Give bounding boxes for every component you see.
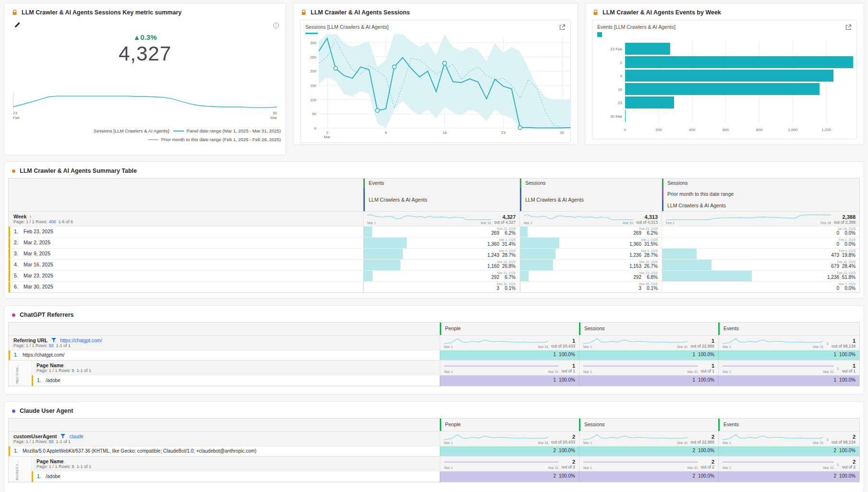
people-value-cell[interactable]: 1100.0%	[440, 350, 579, 360]
sessions-prior-value-cell[interactable]: Mar 2, 202500.0%	[662, 282, 859, 292]
events-total-cell[interactable]: Mar 1Mar 31 ↓ 2out of 68,134	[718, 432, 859, 446]
sessions-prior-value-cell[interactable]: Feb 16, 202567928.4%	[662, 260, 859, 270]
filter-value-link[interactable]: https://chatgpt.com/	[60, 338, 102, 343]
edit-pencil-icon[interactable]	[14, 22, 21, 30]
metric-header-sessions[interactable]: Sessions	[579, 419, 718, 431]
people-value-cell[interactable]: 1100.0%	[440, 375, 579, 386]
sessions-prior-total-cell[interactable]: Feb 1Feb 28 2,388out of 2,388	[662, 212, 859, 226]
filter-icon[interactable]	[60, 434, 65, 439]
segment-header[interactable]: LLM Crawlers & AI Agents	[363, 188, 519, 211]
events-subtotal-cell[interactable]: Mar 1Mar 31 ↓ 2out of 2	[718, 456, 859, 471]
rows-count-link[interactable]: 5	[72, 464, 74, 469]
sessions-prior-value-cell[interactable]: Feb 23, 20251,23651.8%	[662, 271, 859, 281]
events-total-cell[interactable]: Mar 1Mar 31 ↓ 1out of 68,134	[718, 336, 859, 350]
events-value-cell[interactable]: Mar 9, 20251,24328.7%	[363, 249, 519, 259]
week-cell[interactable]: 3.Mar 9, 2025	[9, 249, 363, 259]
segment-header[interactable]: LLM Crawlers & AI Agents	[520, 188, 662, 211]
metric-header-people[interactable]: People	[440, 323, 579, 335]
sort-up-arrow[interactable]: ↑	[29, 214, 32, 219]
sessions-subtotal-cell[interactable]: Mar 1Mar 31 2out of 2	[579, 456, 718, 471]
events-value-cell[interactable]: Mar 30, 202530.1%	[363, 282, 519, 292]
sessions-prior-value-cell[interactable]: Feb 2, 202500.0%	[662, 238, 859, 248]
sessions-line-chart[interactable]: 0501001502002503002Mar9162330	[305, 34, 574, 141]
sparkline	[444, 362, 559, 370]
metric-header-sessions[interactable]: Sessions	[579, 323, 718, 335]
sessions-value-cell[interactable]: Mar 2, 20251,36031.5%	[519, 238, 662, 248]
week-cell[interactable]: 4.Mar 16, 2025	[9, 260, 363, 270]
events-value-cell[interactable]: 2100.0%	[718, 446, 859, 456]
people-total-cell[interactable]: Mar 1Mar 31 1out of 20,433	[440, 336, 579, 350]
dimension-label[interactable]: customUserAgent	[13, 433, 57, 439]
events-total-cell[interactable]: Mar 1Mar 31 4,327out of 4,327	[363, 212, 519, 226]
dimension-label[interactable]: Week	[13, 214, 26, 219]
events-value-cell[interactable]: Feb 23, 20252696.2%	[363, 227, 519, 237]
rows-count-link[interactable]: 400	[49, 219, 56, 224]
export-icon[interactable]	[845, 24, 852, 33]
people-subtotal-cell[interactable]: Mar 1Mar 31 2out of 2	[440, 456, 579, 471]
metric-header-events[interactable]: Events	[363, 179, 519, 188]
people-value-cell[interactable]: 2100.0%	[440, 471, 579, 482]
sort-down-arrow[interactable]: ↓	[837, 461, 839, 467]
events-value-cell[interactable]: 1100.0%	[718, 375, 859, 386]
info-icon[interactable]: i	[273, 23, 279, 28]
events-value-cell[interactable]: Mar 2, 20251,36031.4%	[363, 238, 519, 248]
sessions-value-cell[interactable]: Feb 23, 20252696.2%	[519, 227, 662, 237]
metric-header-people[interactable]: People	[440, 419, 579, 431]
daterange-header[interactable]: Prior month to this date range	[662, 188, 859, 200]
svg-text:200: 200	[310, 69, 317, 73]
sessions-value-cell[interactable]: Mar 9, 20251,23628.7%	[519, 249, 662, 259]
events-value-cell[interactable]: Mar 23, 20252926.7%	[363, 271, 519, 281]
events-value-cell[interactable]: 1100.0%	[718, 350, 859, 360]
dimension-label[interactable]: Page Name	[36, 458, 435, 464]
table-header-row: People Sessions Events	[9, 419, 859, 431]
sessions-value-cell[interactable]: 2100.0%	[579, 471, 718, 482]
totals-row: Referring URL https://chatgpt.com/ Page:…	[9, 335, 859, 350]
week-cell[interactable]: 2.Mar 2, 2025	[9, 238, 363, 248]
page-name-cell[interactable]: 1./adobe	[32, 471, 440, 482]
segment-header[interactable]: LLM Crawlers & AI Agents	[662, 200, 859, 211]
sessions-prior-value-cell[interactable]: Jan 26, 202500.0%	[662, 227, 859, 237]
sessions-value-cell[interactable]: Mar 23, 20252926.8%	[519, 271, 662, 281]
sort-down-arrow[interactable]: ↓	[826, 436, 829, 442]
filter-icon[interactable]	[51, 338, 56, 343]
events-value-cell[interactable]: 2100.0%	[718, 471, 859, 482]
sessions-prior-value-cell[interactable]: Feb 9, 202547319.8%	[662, 249, 859, 259]
referrer-cell[interactable]: 1.https://chatgpt.com/	[9, 350, 440, 360]
user-agent-cell[interactable]: 1.Mozilla/5.0 AppleWebKit/537.36 (KHTML,…	[9, 446, 440, 456]
key-metric-sparkline[interactable]	[13, 94, 277, 110]
metric-header-events[interactable]: Events	[718, 323, 859, 335]
rows-count-link[interactable]: 50	[49, 343, 54, 348]
export-icon[interactable]	[559, 24, 566, 33]
anomaly-marker	[375, 108, 379, 112]
sessions-value-cell[interactable]: Mar 30, 202530.1%	[519, 282, 662, 292]
events-bar-chart[interactable]: 02004006008001,0001,20023 Feb29162330 Ma…	[597, 37, 860, 137]
events-subtotal-cell[interactable]: Mar 1Mar 31 ↓ 1out of 1	[718, 360, 859, 375]
sort-down-arrow[interactable]: ↓	[837, 365, 839, 371]
people-subtotal-cell[interactable]: Mar 1Mar 31 1out of 1	[440, 360, 579, 375]
dimension-label[interactable]: Referring URL	[13, 337, 48, 343]
rows-count-link[interactable]: 50	[49, 439, 54, 444]
metric-header-sessions-prior[interactable]: Sessions	[662, 179, 859, 188]
sort-down-arrow[interactable]: ↓	[826, 340, 829, 346]
sessions-value-cell[interactable]: 1100.0%	[579, 375, 718, 386]
page-name-cell[interactable]: 1./adobe	[32, 375, 440, 386]
week-cell[interactable]: 1.Feb 23, 2025	[9, 227, 363, 237]
dimension-label[interactable]: Page Name	[36, 362, 435, 368]
metric-header-events[interactable]: Events	[718, 419, 859, 431]
rows-count-link[interactable]: 5	[72, 368, 74, 373]
events-value-cell[interactable]: Mar 16, 20251,16026.8%	[363, 260, 519, 270]
people-total-cell[interactable]: Mar 1Mar 31 2out of 20,433	[440, 432, 579, 446]
sessions-value-cell[interactable]: 2100.0%	[579, 446, 718, 456]
sessions-value-cell[interactable]: 1100.0%	[579, 350, 718, 360]
people-value-cell[interactable]: 2100.0%	[440, 446, 579, 456]
sessions-total-cell[interactable]: Mar 1Mar 31 1out of 22,986	[579, 336, 718, 350]
sessions-total-cell[interactable]: Mar 1Mar 31 2out of 22,986	[579, 432, 718, 446]
sessions-total-cell[interactable]: Mar 1Mar 31 4,313out of 4,313	[519, 212, 662, 226]
week-cell[interactable]: 6.Mar 30, 2025	[9, 282, 363, 292]
sessions-subtotal-cell[interactable]: Mar 1Mar 31 1out of 1	[579, 360, 718, 375]
sessions-prior-column-header: Sessions Prior month to this date range …	[662, 179, 859, 211]
sessions-value-cell[interactable]: Mar 16, 20251,15326.7%	[519, 260, 662, 270]
filter-value-link[interactable]: claude	[69, 434, 83, 439]
metric-header-sessions[interactable]: Sessions	[520, 179, 662, 188]
week-cell[interactable]: 5.Mar 23, 2025	[9, 271, 363, 281]
